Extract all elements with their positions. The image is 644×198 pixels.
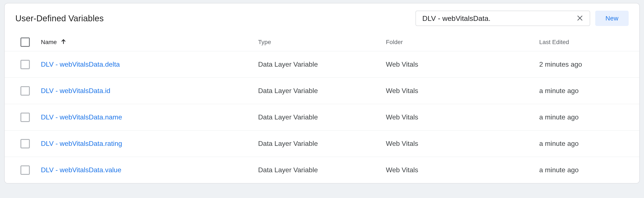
variable-name-link[interactable]: DLV - webVitalsData.delta bbox=[41, 60, 120, 68]
arrow-up-icon bbox=[60, 38, 67, 46]
panel-header: User-Defined Variables New bbox=[5, 4, 639, 33]
table-row: DLV - webVitalsData.value Data Layer Var… bbox=[5, 157, 639, 183]
variables-table: Name Type Folder Last Edited D bbox=[5, 33, 639, 183]
table-header-row: Name Type Folder Last Edited bbox=[5, 33, 639, 51]
column-header-folder[interactable]: Folder bbox=[386, 39, 539, 46]
row-checkbox[interactable] bbox=[20, 113, 30, 122]
panel-title: User-Defined Variables bbox=[15, 14, 410, 23]
variable-folder: Web Vitals bbox=[386, 87, 539, 95]
clear-search-button[interactable] bbox=[575, 13, 585, 24]
variable-last-edited: a minute ago bbox=[539, 113, 629, 121]
close-icon bbox=[576, 14, 584, 22]
row-checkbox[interactable] bbox=[20, 139, 30, 148]
variable-type: Data Layer Variable bbox=[258, 166, 386, 174]
search-input[interactable] bbox=[422, 14, 575, 22]
variable-last-edited: a minute ago bbox=[539, 140, 629, 148]
row-checkbox[interactable] bbox=[20, 166, 30, 175]
variable-name-link[interactable]: DLV - webVitalsData.value bbox=[41, 166, 122, 174]
variable-folder: Web Vitals bbox=[386, 60, 539, 68]
table-row: DLV - webVitalsData.rating Data Layer Va… bbox=[5, 130, 639, 157]
variable-last-edited: 2 minutes ago bbox=[539, 60, 629, 68]
variable-name-link[interactable]: DLV - webVitalsData.id bbox=[41, 87, 110, 94]
row-checkbox[interactable] bbox=[20, 86, 30, 96]
variable-type: Data Layer Variable bbox=[258, 140, 386, 148]
variable-last-edited: a minute ago bbox=[539, 87, 629, 95]
variable-type: Data Layer Variable bbox=[258, 113, 386, 121]
variable-folder: Web Vitals bbox=[386, 140, 539, 148]
select-all-checkbox[interactable] bbox=[20, 38, 30, 47]
variable-name-link[interactable]: DLV - webVitalsData.name bbox=[41, 113, 122, 121]
variable-type: Data Layer Variable bbox=[258, 87, 386, 95]
column-header-name[interactable]: Name bbox=[41, 38, 258, 46]
column-header-name-label: Name bbox=[41, 39, 57, 46]
row-checkbox[interactable] bbox=[20, 60, 30, 69]
user-defined-variables-panel: User-Defined Variables New bbox=[4, 3, 640, 184]
column-header-last-edited[interactable]: Last Edited bbox=[539, 39, 629, 46]
variable-type: Data Layer Variable bbox=[258, 60, 386, 68]
variable-last-edited: a minute ago bbox=[539, 166, 629, 174]
new-button[interactable]: New bbox=[595, 11, 629, 26]
column-header-type[interactable]: Type bbox=[258, 39, 386, 46]
table-row: DLV - webVitalsData.delta Data Layer Var… bbox=[5, 51, 639, 78]
table-row: DLV - webVitalsData.name Data Layer Vari… bbox=[5, 104, 639, 130]
variable-folder: Web Vitals bbox=[386, 166, 539, 174]
table-row: DLV - webVitalsData.id Data Layer Variab… bbox=[5, 78, 639, 104]
variable-folder: Web Vitals bbox=[386, 113, 539, 121]
variable-name-link[interactable]: DLV - webVitalsData.rating bbox=[41, 140, 122, 147]
search-box[interactable] bbox=[416, 11, 590, 26]
